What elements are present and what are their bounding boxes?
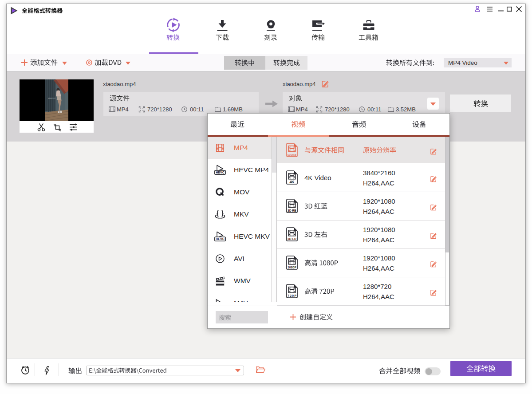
svg-text:3D LR: 3D LR (288, 237, 296, 240)
svg-text:HEVC: HEVC (216, 237, 224, 240)
svg-text:3D RB: 3D RB (288, 209, 296, 212)
svg-text:4K: 4K (290, 180, 295, 184)
svg-text:1080P: 1080P (288, 266, 296, 269)
svg-text:VIDEO.CC: VIDEO.CC (48, 98, 56, 99)
svg-text:720P: 720P (288, 294, 296, 297)
svg-text:HEVC: HEVC (216, 171, 224, 174)
svg-text:source: source (288, 153, 296, 156)
